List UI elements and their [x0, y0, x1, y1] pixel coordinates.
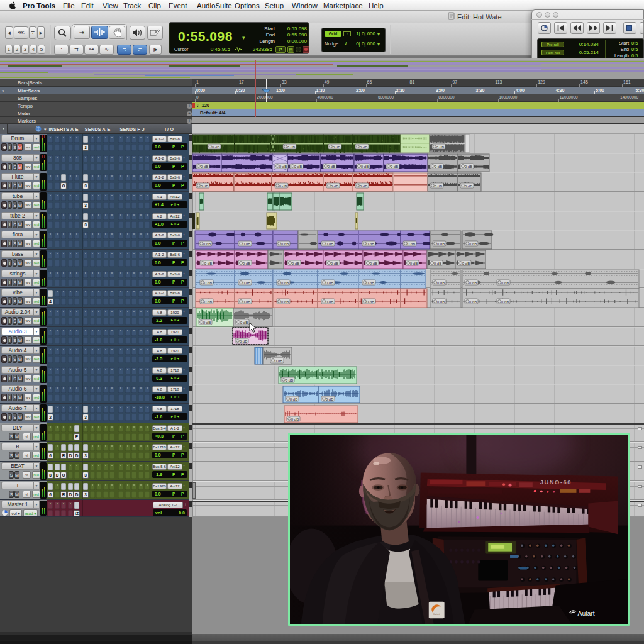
- svg-text:0 dB: 0 dB: [328, 165, 335, 169]
- svg-text:0 dB: 0 dB: [465, 184, 472, 188]
- svg-text:0 dB: 0 dB: [243, 281, 250, 285]
- svg-text:0 dB: 0 dB: [279, 184, 287, 188]
- svg-text:0 dB: 0 dB: [275, 359, 282, 363]
- svg-text:0 dB: 0 dB: [435, 165, 442, 169]
- svg-text:0 dB: 0 dB: [243, 242, 250, 246]
- svg-text:0 dB: 0 dB: [360, 145, 367, 149]
- svg-text:0 dB: 0 dB: [408, 242, 415, 246]
- svg-text:0 dB: 0 dB: [462, 262, 470, 265]
- svg-text:0 dB: 0 dB: [243, 262, 250, 265]
- svg-text:0 dB: 0 dB: [326, 242, 333, 246]
- svg-text:0 dB: 0 dB: [281, 242, 289, 246]
- svg-text:0 dB: 0 dB: [333, 145, 340, 149]
- svg-text:0 dB: 0 dB: [437, 242, 445, 246]
- svg-text:0 dB: 0 dB: [410, 262, 418, 265]
- svg-text:0 dB: 0 dB: [291, 418, 299, 421]
- svg-text:0 dB: 0 dB: [361, 165, 369, 169]
- svg-text:0 dB: 0 dB: [212, 145, 219, 149]
- svg-text:Carhartt: Carhartt: [433, 613, 440, 616]
- svg-text:0 dB: 0 dB: [360, 184, 367, 188]
- svg-text:0 dB: 0 dB: [469, 242, 477, 246]
- svg-text:0 dB: 0 dB: [203, 321, 211, 325]
- svg-text:0 dB: 0 dB: [436, 145, 444, 149]
- svg-text:0 dB: 0 dB: [367, 281, 374, 285]
- svg-text:0 dB: 0 dB: [331, 184, 338, 188]
- svg-text:0 dB: 0 dB: [326, 300, 333, 304]
- svg-text:0 dB: 0 dB: [204, 281, 212, 285]
- svg-text:0 dB: 0 dB: [434, 262, 441, 265]
- svg-text:0 dB: 0 dB: [465, 165, 472, 169]
- svg-text:0 dB: 0 dB: [294, 165, 302, 169]
- svg-text:0 dB: 0 dB: [292, 262, 299, 265]
- svg-text:0 dB: 0 dB: [201, 184, 208, 188]
- svg-text:0 dB: 0 dB: [201, 165, 208, 169]
- svg-text:0 dB: 0 dB: [203, 242, 211, 246]
- svg-text:0 dB: 0 dB: [391, 165, 398, 169]
- svg-text:0 dB: 0 dB: [326, 281, 333, 285]
- svg-text:0 dB: 0 dB: [370, 262, 377, 265]
- svg-text:0 dB: 0 dB: [469, 300, 477, 304]
- svg-text:0 dB: 0 dB: [469, 281, 477, 285]
- svg-text:0 dB: 0 dB: [435, 184, 442, 188]
- svg-text:0 dB: 0 dB: [243, 300, 250, 304]
- svg-text:0 dB: 0 dB: [281, 300, 289, 304]
- svg-text:0 dB: 0 dB: [331, 262, 338, 265]
- svg-text:Aulart: Aulart: [577, 610, 594, 617]
- svg-text:0 dB: 0 dB: [287, 145, 295, 149]
- svg-text:0 dB: 0 dB: [501, 281, 509, 285]
- svg-text:0 dB: 0 dB: [367, 242, 374, 246]
- svg-text:0 dB: 0 dB: [326, 397, 333, 401]
- svg-text:0 dB: 0 dB: [286, 379, 293, 382]
- svg-text:0 dB: 0 dB: [290, 397, 297, 401]
- svg-text:0 dB: 0 dB: [367, 300, 374, 304]
- svg-text:0 dB: 0 dB: [279, 165, 287, 169]
- svg-text:0 dB: 0 dB: [437, 300, 445, 304]
- svg-text:JUNO-60: JUNO-60: [540, 479, 572, 486]
- svg-text:0 dB: 0 dB: [501, 300, 509, 304]
- svg-text:0 dB: 0 dB: [204, 300, 212, 304]
- svg-text:0 dB: 0 dB: [240, 321, 248, 325]
- svg-text:0 dB: 0 dB: [240, 340, 247, 343]
- svg-text:0 dB: 0 dB: [204, 262, 212, 265]
- svg-text:0 dB: 0 dB: [437, 281, 445, 285]
- svg-text:0 dB: 0 dB: [281, 281, 289, 285]
